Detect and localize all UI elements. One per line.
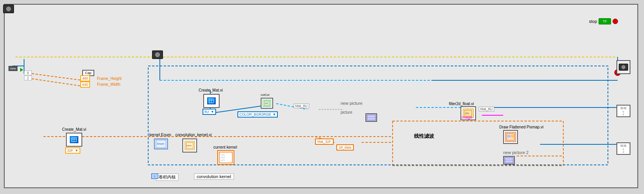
svg-text:2 4 2: 2 4 2: [220, 156, 225, 159]
right-terminal-bottom-label: 祝/祝: [620, 144, 627, 148]
const-0[interactable]: 0: [24, 71, 32, 75]
current-kernel-label: current kernel: [213, 145, 237, 149]
mat-8u-label-1: Mat_8U: [294, 104, 309, 108]
svg-rect-47: [507, 135, 511, 137]
draw-pixmap-label: Draw Flattened Pixmap.vi: [499, 125, 544, 129]
stop-area: stop TF: [589, 18, 618, 24]
right-terminal-mid[interactable]: 祝/祝 c c: [616, 105, 630, 117]
iter-terminal: i: [151, 173, 158, 179]
image-label: image: [462, 115, 472, 120]
frame-width-label: Frame_Width: [97, 82, 120, 87]
conv-kernel-block[interactable]: conv: [182, 139, 197, 152]
const-2[interactable]: 2: [24, 76, 32, 80]
cvt-col-label: cvtCol: [261, 93, 269, 97]
stop-label: stop: [589, 19, 597, 24]
create-mat-label-1: Create_Mat.vi: [199, 88, 223, 92]
main-canvas: stop TF new 0 2 Cap Frame_Height 480 Fra…: [4, 4, 638, 188]
camera-icon-right: [619, 64, 628, 71]
wires-layer: [5, 5, 637, 187]
new-picture-2-terminal[interactable]: [503, 156, 515, 165]
kernel-enum-block[interactable]: Enum: [154, 139, 168, 149]
val-640[interactable]: 640: [80, 81, 90, 88]
svg-text:f2d: f2d: [466, 112, 469, 114]
filter-label: filter2d_float.vi: [449, 102, 474, 106]
svg-text:1 2 1: 1 2 1: [220, 154, 225, 156]
stop-red-button[interactable]: [613, 19, 618, 24]
stop-green-button[interactable]: TF: [599, 18, 611, 24]
conv-kernel-label: convolution_kernel.vi: [175, 133, 211, 137]
new-picture-label-2: new picture 2: [503, 150, 528, 155]
right-terminal-bottom[interactable]: 祝/祝 c c: [616, 142, 630, 155]
type-8u[interactable]: 8U ▼: [203, 109, 216, 115]
svg-point-48: [511, 135, 514, 138]
svg-text:1 2 1: 1 2 1: [220, 159, 225, 161]
svg-line-27: [24, 78, 82, 86]
play-button[interactable]: [20, 68, 23, 73]
draw-pixmap-block[interactable]: [503, 130, 518, 144]
camera-icon-left: [3, 5, 14, 13]
create-mat-icon-1: [207, 97, 216, 104]
svg-text:conv: conv: [187, 144, 192, 147]
val-480[interactable]: 480: [80, 75, 90, 81]
cvt-color-node[interactable]: cvC: [261, 98, 273, 109]
svg-line-26: [24, 73, 82, 80]
svg-text:Enum: Enum: [157, 142, 164, 145]
new-picture-label-1: new picture: [341, 101, 362, 106]
create-mat-block-1[interactable]: [203, 94, 220, 108]
juanji-label-box: 卷积内核: [156, 173, 178, 181]
type-32f[interactable]: 32F ▼: [65, 147, 80, 154]
camera-icon-inner: [152, 50, 163, 59]
xianxing-label: 线性滤波: [414, 133, 434, 140]
two-d-data-label: 2d_data: [336, 144, 354, 151]
kernel-enum-label: kernel Enum: [149, 133, 171, 137]
mat-8u-label-2: Mat_8U: [479, 107, 494, 111]
conv-kernel-text-box: convolution kernel: [194, 173, 234, 180]
picture-terminal[interactable]: [365, 113, 377, 122]
right-terminal-top[interactable]: [616, 60, 630, 74]
create-mat-block-2[interactable]: [66, 133, 82, 147]
kernel-matrix-display[interactable]: 1 2 12 4 21 2 1: [217, 150, 234, 165]
mat-32f-label: Mat_32F: [315, 139, 334, 145]
new-function[interactable]: new: [9, 66, 17, 71]
picture-sub-label: picture: [341, 110, 352, 114]
right-terminal-mid-label: 祝/祝: [620, 106, 627, 110]
frame-height-label: Frame_Height: [97, 76, 121, 81]
create-mat-icon-2: [70, 136, 78, 143]
color-bgr2rgb[interactable]: COLOR_BGR2RGB ▼: [237, 111, 278, 118]
svg-text:cvC: cvC: [265, 102, 268, 104]
create-mat-label-2: Create_Mat.vi: [62, 127, 86, 132]
